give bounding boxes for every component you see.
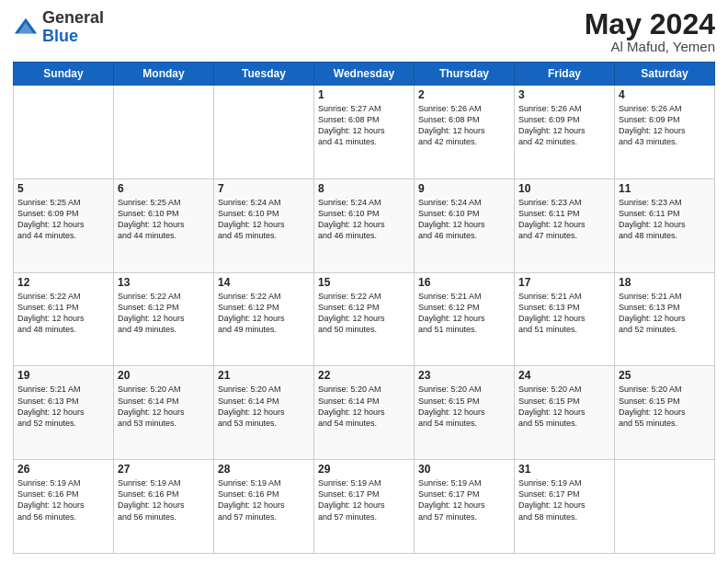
day-number: 17 — [518, 276, 610, 289]
day-cell-18: 18Sunrise: 5:21 AM Sunset: 6:13 PM Dayli… — [615, 272, 715, 366]
day-info: Sunrise: 5:26 AM Sunset: 6:09 PM Dayligh… — [619, 103, 711, 148]
title-block: May 2024 Al Mafud, Yemen — [585, 9, 715, 54]
day-info: Sunrise: 5:21 AM Sunset: 6:12 PM Dayligh… — [418, 291, 510, 336]
header: General Blue May 2024 Al Mafud, Yemen — [13, 9, 715, 54]
day-info: Sunrise: 5:25 AM Sunset: 6:10 PM Dayligh… — [118, 197, 210, 242]
day-info: Sunrise: 5:20 AM Sunset: 6:15 PM Dayligh… — [518, 384, 610, 429]
day-number: 24 — [518, 369, 610, 382]
day-cell-22: 22Sunrise: 5:20 AM Sunset: 6:14 PM Dayli… — [314, 366, 415, 460]
weekday-saturday: Saturday — [615, 63, 715, 86]
day-cell-25: 25Sunrise: 5:20 AM Sunset: 6:15 PM Dayli… — [615, 366, 715, 460]
day-number: 13 — [118, 276, 210, 289]
day-cell-26: 26Sunrise: 5:19 AM Sunset: 6:16 PM Dayli… — [14, 460, 114, 554]
day-number: 14 — [218, 276, 310, 289]
day-number: 7 — [218, 182, 310, 195]
week-row-3: 19Sunrise: 5:21 AM Sunset: 6:13 PM Dayli… — [14, 366, 715, 460]
weekday-wednesday: Wednesday — [314, 63, 415, 86]
day-cell-24: 24Sunrise: 5:20 AM Sunset: 6:15 PM Dayli… — [515, 366, 615, 460]
day-cell-21: 21Sunrise: 5:20 AM Sunset: 6:14 PM Dayli… — [214, 366, 314, 460]
day-info: Sunrise: 5:20 AM Sunset: 6:14 PM Dayligh… — [118, 384, 210, 429]
day-cell-3: 3Sunrise: 5:26 AM Sunset: 6:09 PM Daylig… — [515, 86, 615, 179]
day-number: 25 — [619, 369, 711, 382]
day-number: 15 — [318, 276, 410, 289]
day-info: Sunrise: 5:21 AM Sunset: 6:13 PM Dayligh… — [17, 384, 109, 429]
day-cell-30: 30Sunrise: 5:19 AM Sunset: 6:17 PM Dayli… — [415, 460, 515, 554]
day-number: 23 — [418, 369, 510, 382]
week-row-2: 12Sunrise: 5:22 AM Sunset: 6:11 PM Dayli… — [14, 272, 715, 366]
day-info: Sunrise: 5:21 AM Sunset: 6:13 PM Dayligh… — [518, 291, 610, 336]
day-number: 30 — [418, 463, 510, 476]
week-row-4: 26Sunrise: 5:19 AM Sunset: 6:16 PM Dayli… — [14, 460, 715, 554]
week-row-1: 5Sunrise: 5:25 AM Sunset: 6:09 PM Daylig… — [14, 178, 715, 272]
day-cell-31: 31Sunrise: 5:19 AM Sunset: 6:17 PM Dayli… — [515, 460, 615, 554]
day-cell-28: 28Sunrise: 5:19 AM Sunset: 6:16 PM Dayli… — [214, 460, 314, 554]
day-cell-11: 11Sunrise: 5:23 AM Sunset: 6:11 PM Dayli… — [615, 178, 715, 272]
day-info: Sunrise: 5:20 AM Sunset: 6:14 PM Dayligh… — [318, 384, 410, 429]
day-info: Sunrise: 5:27 AM Sunset: 6:08 PM Dayligh… — [318, 103, 410, 148]
weekday-thursday: Thursday — [415, 63, 515, 86]
week-row-0: 1Sunrise: 5:27 AM Sunset: 6:08 PM Daylig… — [14, 86, 715, 179]
day-cell-13: 13Sunrise: 5:22 AM Sunset: 6:12 PM Dayli… — [114, 272, 214, 366]
day-cell-6: 6Sunrise: 5:25 AM Sunset: 6:10 PM Daylig… — [114, 178, 214, 272]
day-number: 12 — [17, 276, 109, 289]
day-cell-10: 10Sunrise: 5:23 AM Sunset: 6:11 PM Dayli… — [515, 178, 615, 272]
day-info: Sunrise: 5:20 AM Sunset: 6:14 PM Dayligh… — [218, 384, 310, 429]
calendar-table: SundayMondayTuesdayWednesdayThursdayFrid… — [13, 62, 715, 554]
day-info: Sunrise: 5:26 AM Sunset: 6:09 PM Dayligh… — [518, 103, 610, 148]
logo-icon — [13, 15, 39, 40]
day-info: Sunrise: 5:19 AM Sunset: 6:17 PM Dayligh… — [518, 477, 610, 523]
day-info: Sunrise: 5:20 AM Sunset: 6:15 PM Dayligh… — [619, 384, 711, 429]
weekday-friday: Friday — [515, 63, 615, 86]
weekday-sunday: Sunday — [14, 63, 114, 86]
day-number: 20 — [118, 369, 210, 382]
day-cell-4: 4Sunrise: 5:26 AM Sunset: 6:09 PM Daylig… — [615, 86, 715, 179]
weekday-header-row: SundayMondayTuesdayWednesdayThursdayFrid… — [14, 63, 715, 86]
day-cell-9: 9Sunrise: 5:24 AM Sunset: 6:10 PM Daylig… — [415, 178, 515, 272]
day-info: Sunrise: 5:19 AM Sunset: 6:16 PM Dayligh… — [118, 477, 210, 523]
day-cell-14: 14Sunrise: 5:22 AM Sunset: 6:12 PM Dayli… — [214, 272, 314, 366]
day-info: Sunrise: 5:23 AM Sunset: 6:11 PM Dayligh… — [619, 197, 711, 242]
day-cell-19: 19Sunrise: 5:21 AM Sunset: 6:13 PM Dayli… — [14, 366, 114, 460]
logo-blue-text: Blue — [42, 27, 78, 45]
day-cell-5: 5Sunrise: 5:25 AM Sunset: 6:09 PM Daylig… — [14, 178, 114, 272]
day-info: Sunrise: 5:24 AM Sunset: 6:10 PM Dayligh… — [218, 197, 310, 242]
day-number: 27 — [118, 463, 210, 476]
day-number: 31 — [518, 463, 610, 476]
day-cell-8: 8Sunrise: 5:24 AM Sunset: 6:10 PM Daylig… — [314, 178, 415, 272]
day-number: 29 — [318, 463, 410, 476]
day-cell-29: 29Sunrise: 5:19 AM Sunset: 6:17 PM Dayli… — [314, 460, 415, 554]
day-info: Sunrise: 5:22 AM Sunset: 6:12 PM Dayligh… — [218, 291, 310, 336]
day-cell-16: 16Sunrise: 5:21 AM Sunset: 6:12 PM Dayli… — [415, 272, 515, 366]
day-number: 9 — [418, 182, 510, 195]
day-info: Sunrise: 5:19 AM Sunset: 6:16 PM Dayligh… — [17, 477, 109, 523]
day-number: 6 — [118, 182, 210, 195]
logo-general-text: General — [42, 8, 104, 27]
day-cell-15: 15Sunrise: 5:22 AM Sunset: 6:12 PM Dayli… — [314, 272, 415, 366]
empty-cell — [14, 86, 114, 179]
day-info: Sunrise: 5:25 AM Sunset: 6:09 PM Dayligh… — [17, 197, 109, 242]
day-info: Sunrise: 5:26 AM Sunset: 6:08 PM Dayligh… — [418, 103, 510, 148]
day-info: Sunrise: 5:24 AM Sunset: 6:10 PM Dayligh… — [318, 197, 410, 242]
day-cell-17: 17Sunrise: 5:21 AM Sunset: 6:13 PM Dayli… — [515, 272, 615, 366]
day-info: Sunrise: 5:22 AM Sunset: 6:11 PM Dayligh… — [17, 291, 109, 336]
day-info: Sunrise: 5:21 AM Sunset: 6:13 PM Dayligh… — [619, 291, 711, 336]
day-number: 18 — [619, 276, 711, 289]
title-location: Al Mafud, Yemen — [585, 39, 715, 54]
day-number: 2 — [418, 88, 510, 101]
empty-cell — [114, 86, 214, 179]
day-cell-2: 2Sunrise: 5:26 AM Sunset: 6:08 PM Daylig… — [415, 86, 515, 179]
day-number: 28 — [218, 463, 310, 476]
logo: General Blue — [13, 9, 104, 46]
weekday-tuesday: Tuesday — [214, 63, 314, 86]
day-info: Sunrise: 5:19 AM Sunset: 6:16 PM Dayligh… — [218, 477, 310, 523]
logo-text: General Blue — [42, 9, 104, 46]
day-number: 1 — [318, 88, 410, 101]
day-cell-1: 1Sunrise: 5:27 AM Sunset: 6:08 PM Daylig… — [314, 86, 415, 179]
empty-cell — [214, 86, 314, 179]
page: General Blue May 2024 Al Mafud, Yemen Su… — [0, 0, 728, 563]
day-number: 11 — [619, 182, 711, 195]
day-number: 22 — [318, 369, 410, 382]
title-month: May 2024 — [585, 9, 715, 39]
weekday-monday: Monday — [114, 63, 214, 86]
day-number: 10 — [518, 182, 610, 195]
